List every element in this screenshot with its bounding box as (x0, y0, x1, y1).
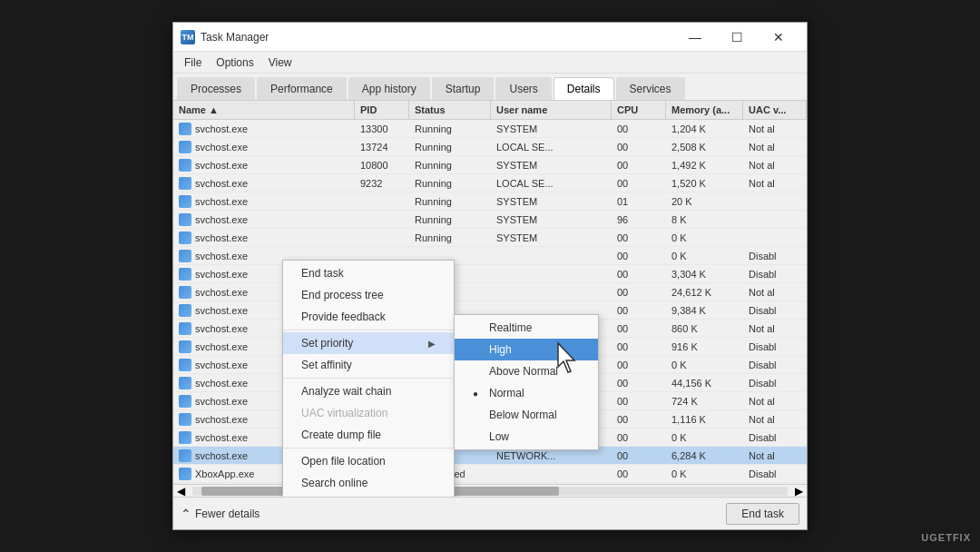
table-row[interactable]: svchost.exe 9232 Running LOCAL SE... 00 … (173, 174, 807, 192)
cell-memory: 0 K (666, 358, 743, 372)
ctx-set-affinity[interactable]: Set affinity (283, 354, 454, 376)
cell-user: LOCAL SE... (491, 140, 612, 154)
cell-pid (355, 200, 409, 203)
submenu-item-realtime-label: Realtime (489, 321, 532, 334)
cell-cpu: 00 (612, 267, 666, 281)
table-row[interactable]: svchost.exe Running SYSTEM 00 0 K (173, 229, 807, 247)
cell-status: Running (409, 194, 491, 209)
cell-uac: Disabl (743, 467, 807, 481)
th-user[interactable]: User name (491, 101, 612, 119)
process-icon (179, 232, 191, 244)
menu-bar: File Options View (173, 52, 807, 74)
cell-cpu: 00 (612, 249, 666, 263)
cell-uac: Disabl (743, 249, 807, 263)
cell-uac: Not al (743, 176, 807, 191)
th-pid[interactable]: PID (355, 101, 409, 119)
cell-cpu: 00 (612, 412, 666, 427)
ctx-properties[interactable]: Properties (283, 494, 454, 497)
minimize-button[interactable]: — (674, 23, 716, 52)
maximize-button[interactable]: ☐ (716, 23, 758, 52)
status-bar: ⌃ Fewer details End task (173, 497, 807, 529)
ctx-end-task[interactable]: End task (283, 262, 454, 284)
fewer-details-icon: ⌃ (181, 507, 191, 521)
th-memory[interactable]: Memory (a... (666, 101, 743, 119)
tab-processes[interactable]: Processes (177, 77, 255, 100)
th-cpu[interactable]: CPU (612, 101, 666, 119)
process-icon (179, 322, 191, 335)
scroll-right-arrow[interactable]: ▶ (791, 485, 807, 498)
ctx-analyze-wait-chain[interactable]: Analyze wait chain (283, 380, 454, 402)
table-row[interactable]: svchost.exe Running SYSTEM 96 8 K (173, 211, 807, 229)
submenu-item-high[interactable]: High (455, 339, 598, 360)
tab-startup[interactable]: Startup (432, 77, 495, 100)
cell-cpu: 00 (612, 122, 666, 136)
table-row[interactable]: svchost.exe 13724 Running LOCAL SE... 00… (173, 138, 807, 156)
ctx-uac-virtualization-label: UAC virtualization (301, 407, 387, 419)
tab-performance[interactable]: Performance (257, 77, 347, 100)
table-row[interactable]: svchost.exe 13300 Running SYSTEM 00 1,20… (173, 120, 807, 138)
process-icon (179, 340, 191, 353)
table-row[interactable]: svchost.exe 10800 Running SYSTEM 00 1,49… (173, 156, 807, 174)
cell-memory: 24,612 K (666, 285, 743, 300)
tab-app-history[interactable]: App history (348, 77, 430, 100)
horizontal-scrollbar-area: ◀ ▶ (173, 484, 807, 497)
cell-uac (743, 236, 807, 240)
process-icon (179, 123, 191, 135)
cell-name: svchost.exe (173, 212, 355, 228)
process-icon (179, 213, 191, 226)
table-row[interactable]: XboxApp.exe 15884 Suspended 00 0 K Disab… (173, 465, 807, 483)
cell-status: Running (409, 212, 491, 227)
submenu-item-normal[interactable]: ● Normal (455, 382, 598, 404)
ctx-set-priority[interactable]: Set priority ▶ (283, 332, 454, 354)
process-icon (179, 359, 191, 371)
cell-memory: 0 K (666, 467, 743, 481)
cell-memory: 8 K (666, 212, 743, 227)
tabs: Processes Performance App history Startu… (173, 74, 807, 101)
menu-view[interactable]: View (261, 54, 299, 71)
submenu-item-above-normal-label: Above Normal (489, 365, 558, 378)
scroll-left-arrow[interactable]: ◀ (173, 485, 189, 498)
cell-memory: 3,304 K (666, 267, 743, 281)
tab-services[interactable]: Services (616, 77, 685, 100)
submenu-item-above-normal[interactable]: Above Normal (455, 360, 598, 382)
cell-user: SYSTEM (491, 231, 612, 245)
cell-uac: Not al (743, 394, 807, 409)
ctx-analyze-wait-chain-label: Analyze wait chain (301, 385, 391, 398)
submenu-item-realtime[interactable]: Realtime (455, 317, 598, 339)
th-status[interactable]: Status (409, 101, 491, 119)
table-row[interactable]: svchost.exe 00 3,304 K Disabl (173, 265, 807, 283)
cell-uac: Not al (743, 140, 807, 154)
submenu-item-below-normal[interactable]: Below Normal (455, 404, 598, 426)
main-content: Name ▲ PID Status User name CPU Memory (… (173, 101, 807, 497)
submenu-item-low-label: Low (489, 430, 509, 443)
end-task-button[interactable]: End task (726, 503, 799, 525)
menu-options[interactable]: Options (209, 54, 260, 71)
cell-cpu: 00 (612, 448, 666, 463)
cell-pid (355, 236, 409, 240)
ctx-end-process-tree[interactable]: End process tree (283, 284, 454, 306)
table-row[interactable]: svchost.exe 00 24,612 K Not al (173, 283, 807, 301)
fewer-details-button[interactable]: ⌃ Fewer details (181, 507, 260, 521)
tab-users[interactable]: Users (495, 77, 551, 100)
ctx-open-file-location[interactable]: Open file location (283, 450, 454, 472)
close-button[interactable]: ✕ (758, 23, 799, 52)
cell-uac: Not al (743, 412, 807, 427)
th-name[interactable]: Name ▲ (173, 101, 355, 119)
cell-status: Running (409, 140, 491, 154)
table-row[interactable]: svchost.exe Running SYSTEM 01 20 K (173, 192, 807, 211)
submenu-item-low[interactable]: Low (455, 426, 598, 448)
ctx-search-online[interactable]: Search online (283, 472, 454, 494)
table-row[interactable]: svchost.exe 00 0 K Disabl (173, 247, 807, 265)
tab-details[interactable]: Details (554, 77, 614, 100)
menu-file[interactable]: File (177, 54, 209, 71)
cell-cpu: 00 (612, 394, 666, 409)
ctx-provide-feedback[interactable]: Provide feedback (283, 306, 454, 328)
cell-name: svchost.exe (173, 121, 355, 137)
submenu-item-normal-label: Normal (489, 387, 524, 399)
cell-pid (355, 218, 409, 222)
th-uac[interactable]: UAC v... (743, 101, 807, 119)
ctx-create-dump-file[interactable]: Create dump file (283, 424, 454, 446)
process-icon (179, 468, 191, 480)
ctx-set-affinity-label: Set affinity (301, 359, 352, 371)
cell-memory: 20 K (666, 194, 743, 209)
